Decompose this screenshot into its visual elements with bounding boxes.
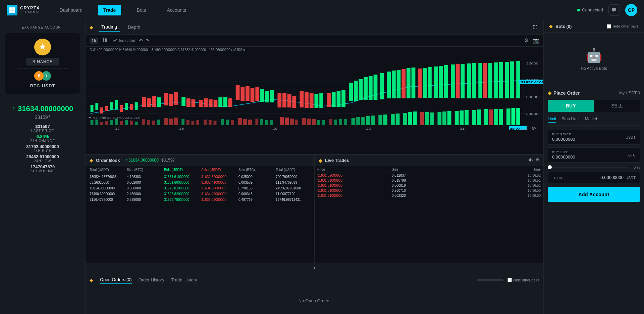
svg-rect-37 [181,119,184,125]
scrollbar-track[interactable] [477,279,503,281]
nav-bots[interactable]: Bots [131,5,151,15]
stat-24h-volume: 1747047670 24H VOLUME [5,164,80,173]
chart-type-btn[interactable] [101,37,110,44]
camera-icon[interactable]: 📷 [533,37,539,44]
timeframe-1h[interactable]: 1h [90,38,98,44]
svg-rect-151 [380,73,384,99]
center-area: ◆ Trading Depth 1h [86,20,543,314]
buy-price-field[interactable]: BUY PRICE 0.00000000 USDT [548,130,640,145]
tab-trade-history[interactable]: Trade History [171,276,197,284]
svg-rect-116 [192,99,196,107]
svg-text:32000: 32000 [526,62,539,65]
svg-rect-59 [307,119,311,125]
tab-depth[interactable]: Depth [125,23,143,31]
chat-button[interactable] [608,4,620,16]
table-row[interactable]: 7116.47550000 0.225000 31628.78000000 31… [86,197,314,203]
tab-open-orders[interactable]: Open Orders (0) [100,276,132,284]
svg-rect-102 [115,100,118,109]
pair-name: BTC-USDT [30,83,55,88]
svg-rect-130 [265,91,269,102]
sell-tab[interactable]: SELL [594,100,640,112]
svg-rect-43 [214,121,217,125]
buy-tab[interactable]: BUY [548,100,594,112]
add-account-button[interactable]: Add Account [548,187,640,202]
hide-pairs-input[interactable] [507,278,512,282]
svg-rect-32 [152,121,155,125]
slider-pct-label: 0 % [630,165,640,169]
svg-rect-122 [223,97,227,107]
slider-thumb [548,165,552,169]
svg-rect-113 [174,92,178,105]
logo-text: CRYPTX TERMINAL [20,6,41,14]
tab-market[interactable]: Market [585,116,597,123]
svg-rect-108 [147,98,151,107]
svg-rect-105 [130,104,133,110]
svg-rect-41 [204,120,207,125]
tab-limit[interactable]: Limit [548,116,556,123]
svg-rect-86 [460,110,464,125]
logo-icon [7,5,17,15]
svg-rect-2 [9,10,12,13]
indicators-btn[interactable]: Indicators [113,38,136,43]
svg-rect-45 [226,120,229,125]
svg-rect-93 [499,109,503,125]
svg-rect-49 [248,120,252,125]
tab-trading[interactable]: Trading [99,23,120,32]
tab-order-history[interactable]: Order History [139,276,164,284]
svg-text:2...: 2... [521,127,527,130]
svg-rect-97 [91,105,94,112]
hide-pairs-checkbox[interactable]: Hide other pairs [507,278,539,282]
svg-rect-66 [344,119,347,125]
nav-accounts[interactable]: Accounts [161,5,192,15]
svg-rect-77 [408,112,412,125]
svg-rect-90 [484,109,488,125]
undo-btn[interactable]: ↶ [139,38,143,43]
stat-24h-high: 31792.40000000 24H HIGH [5,144,80,153]
svg-rect-74 [391,114,395,125]
bots-header: ◆ Bots (0) Hide other pairs [544,20,644,33]
svg-rect-119 [209,99,213,107]
svg-text:23:07: 23:07 [510,127,520,130]
buy-size-field[interactable]: BUY SIZE 0.00000000 BTC [548,147,640,163]
expand-chart-button[interactable] [531,23,539,31]
svg-rect-127 [251,88,255,102]
chevron-up-icon[interactable]: ▲ [313,266,317,270]
svg-marker-4 [39,43,46,50]
settings-icon[interactable]: ⚙ [524,37,529,44]
svg-rect-106 [135,102,138,110]
svg-rect-9 [106,39,107,42]
svg-rect-69 [361,117,365,125]
tab-stop-limit[interactable]: Stop Limit [561,116,579,123]
svg-rect-120 [214,100,218,107]
svg-rect-137 [305,92,309,108]
total-field: TOTAL 0.00000000 USDT [548,172,640,183]
svg-rect-70 [366,116,370,125]
stat-24h-low: 29482.61000000 24H LOW [5,154,80,163]
svg-rect-138 [310,93,314,108]
po-icon: ◆ [548,90,551,96]
hide-pairs-bots-input[interactable] [607,24,611,29]
svg-rect-82 [437,112,441,125]
svg-rect-76 [403,113,407,125]
place-order-header: ◆ Place Order My USDT 0 [548,90,640,96]
nav-trade[interactable]: Trade [98,5,121,15]
svg-text:▼ Volume 20  6.370733  2.21K: ▼ Volume 20 6.370733 2.21K [88,116,141,119]
list-item[interactable]: 31631.61000000 0.260710 18:36:50 [315,188,543,193]
nav-dashboard[interactable]: Dashboard [54,5,88,15]
svg-rect-136 [300,91,304,107]
svg-rect-33 [157,120,160,125]
user-avatar[interactable]: GP [625,4,637,16]
svg-rect-158 [418,69,422,98]
svg-rect-36 [174,118,178,125]
place-order-title: ◆ Place Order [548,90,580,96]
svg-rect-53 [270,120,273,125]
list-item[interactable]: 31631.61000000 0.002320 18:36:50 [315,193,543,198]
svg-rect-170 [483,63,487,98]
percentage-slider[interactable] [548,167,627,168]
table-row[interactable]: 77490.60900000 2.450000 31628.82000000 3… [86,191,314,197]
svg-rect-124 [236,85,240,100]
svg-rect-31 [147,120,150,125]
redo-btn[interactable]: ↷ [146,38,150,43]
hide-pairs-right: Hide other pairs [607,24,639,29]
bots-title: Bots (0) [555,24,572,29]
